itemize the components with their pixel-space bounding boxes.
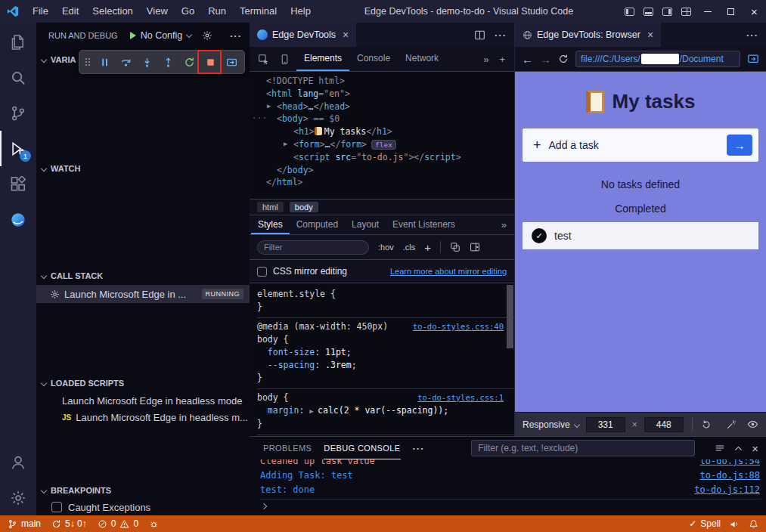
accounts-icon[interactable]	[0, 444, 36, 480]
dom-node[interactable]: <!DOCTYPE html>	[257, 75, 514, 88]
device-emulation-icon[interactable]	[274, 47, 295, 71]
node-menu-icon[interactable]: ···	[252, 113, 268, 125]
menu-run[interactable]: Run	[201, 0, 233, 23]
configure-gear-icon[interactable]	[202, 30, 212, 41]
debug-status-icon[interactable]	[149, 519, 159, 529]
dom-node[interactable]: ···<body> == $0	[257, 113, 514, 125]
css-rule[interactable]: base.css:1body {	[257, 435, 514, 436]
close-icon[interactable]: ×	[343, 29, 349, 41]
expand-arrow-icon[interactable]: ▶	[284, 138, 293, 150]
tab-elements[interactable]: Elements	[296, 47, 349, 71]
edge-devtools-icon[interactable]	[0, 202, 36, 237]
customize-layout-icon[interactable]	[677, 0, 696, 23]
tab-edge-devtools[interactable]: Edge DevTools ×	[250, 23, 356, 47]
minimize-button[interactable]	[696, 0, 719, 23]
debug-session-row[interactable]: Launch Microsoft Edge in ... RUNNING	[36, 285, 250, 303]
dom-node[interactable]: ▶<form>…</form>flex	[257, 138, 514, 151]
pause-button[interactable]	[95, 52, 114, 72]
branch-indicator[interactable]: main	[8, 518, 41, 529]
console-source-link[interactable]: to-do.js:54	[700, 459, 761, 469]
sync-indicator[interactable]: 5↓ 0↑	[51, 518, 87, 529]
problems-indicator[interactable]: 0 0	[98, 518, 138, 529]
completed-section-label[interactable]: Completed	[515, 203, 766, 215]
watch-section-header[interactable]: WATCH	[36, 160, 250, 177]
panel-more-icon[interactable]: ···	[413, 443, 425, 454]
close-panel-icon[interactable]: ×	[752, 442, 758, 455]
menu-terminal[interactable]: Terminal	[233, 0, 284, 23]
notifications-bell-icon[interactable]	[749, 519, 758, 529]
tab-computed[interactable]: Computed	[290, 215, 345, 234]
css-rule[interactable]: to-do-styles.css:40@media (max-width: 45…	[257, 318, 514, 389]
close-icon[interactable]: ×	[647, 29, 653, 41]
class-button[interactable]: .cls	[403, 243, 416, 252]
rotate-icon[interactable]	[701, 419, 712, 430]
drag-handle-icon[interactable]	[82, 56, 93, 68]
tab-network[interactable]: Network	[398, 47, 446, 71]
split-editor-icon[interactable]	[474, 29, 485, 41]
loaded-script-item[interactable]: Launch Microsoft Edge in headless mode	[36, 392, 250, 409]
dom-node[interactable]: <html lang="en">	[257, 88, 514, 101]
step-out-button[interactable]	[158, 52, 178, 72]
breakpoint-row[interactable]: Caught Exceptions	[36, 499, 250, 515]
tab-styles[interactable]: Styles	[251, 215, 290, 234]
css-rule[interactable]: to-do-styles.css:1body { margin: ▶ calc(…	[257, 389, 514, 435]
add-task-submit-button[interactable]: →	[727, 135, 752, 156]
console-input-row[interactable]	[260, 499, 761, 513]
breadcrumb-body[interactable]: body	[290, 202, 318, 212]
menu-help[interactable]: Help	[284, 0, 318, 23]
caught-exceptions-checkbox[interactable]	[51, 502, 62, 512]
css-mirror-checkbox[interactable]	[257, 267, 267, 277]
tab-edge-devtools-browser[interactable]: Edge DevTools: Browser ×	[515, 23, 661, 47]
sidebar-more-icon[interactable]: ···	[230, 30, 242, 42]
source-control-icon[interactable]	[0, 95, 36, 131]
dom-node[interactable]: ▶<head>…</head>	[257, 100, 514, 113]
menu-edit[interactable]: Edit	[55, 0, 85, 23]
tab-layout[interactable]: Layout	[345, 215, 386, 234]
viewport-height-input[interactable]: 448	[644, 417, 684, 432]
settings-gear-icon[interactable]	[0, 480, 36, 515]
dom-node[interactable]: <script src="to-do.js"></script>	[257, 151, 514, 164]
css-rule[interactable]: element.style {}	[257, 286, 514, 318]
step-over-button[interactable]	[116, 52, 135, 72]
tab-debug-console[interactable]: DEBUG CONSOLE	[324, 437, 400, 459]
console-options-icon[interactable]	[715, 443, 725, 453]
stylesheet-link[interactable]: to-do-styles.css:1	[417, 391, 504, 404]
tab-event-listeners[interactable]: Event Listeners	[386, 215, 462, 234]
inspect-element-icon[interactable]	[253, 47, 274, 71]
toggle-sidebar-icon[interactable]	[620, 0, 639, 23]
forward-icon[interactable]: →	[540, 54, 551, 65]
viewport-width-input[interactable]: 331	[586, 417, 625, 432]
new-style-rule-icon[interactable]: +	[424, 242, 431, 253]
menu-view[interactable]: View	[140, 0, 175, 23]
url-bar[interactable]: file:///C:/Users/ /Document	[575, 51, 740, 67]
editor-more-icon[interactable]: ···	[495, 29, 507, 41]
stylesheet-link[interactable]: to-do-styles.css:40	[413, 320, 504, 333]
feedback-icon[interactable]	[730, 519, 740, 529]
responsive-dropdown[interactable]: Responsive	[523, 419, 570, 430]
console-source-link[interactable]: to-do.js:112	[694, 483, 761, 497]
step-into-button[interactable]	[137, 52, 157, 72]
debug-config-dropdown[interactable]: No Config	[141, 30, 183, 41]
search-icon[interactable]	[0, 60, 36, 95]
call-stack-section-header[interactable]: CALL STACK	[36, 268, 250, 284]
expand-arrow-icon[interactable]: ▶	[267, 100, 277, 113]
mirror-learn-more-link[interactable]: Learn more about mirror editing	[390, 267, 507, 276]
dom-node[interactable]: <h1>My tasks</h1>	[257, 125, 514, 138]
wand-icon[interactable]	[726, 419, 737, 430]
spell-checker-status[interactable]: ✓ Spell	[689, 518, 721, 529]
add-task-input[interactable]: + Add a task →	[523, 128, 758, 162]
extensions-icon[interactable]	[0, 166, 36, 202]
menu-selection[interactable]: Selection	[85, 0, 139, 23]
start-debug-icon[interactable]	[130, 32, 136, 39]
console-filter-input[interactable]	[471, 440, 695, 456]
eye-icon[interactable]	[747, 419, 758, 430]
restart-button[interactable]	[179, 52, 199, 72]
refresh-icon[interactable]	[558, 54, 569, 64]
maximize-panel-icon[interactable]	[733, 444, 743, 453]
more-tabs-icon[interactable]: »	[501, 215, 514, 234]
menu-file[interactable]: File	[26, 0, 55, 23]
back-icon[interactable]: ←	[522, 54, 533, 65]
toggle-panel-icon[interactable]	[639, 0, 658, 23]
task-item[interactable]: ✓ test	[523, 222, 758, 249]
breakpoints-section-header[interactable]: BREAKPOINTS	[36, 482, 250, 499]
